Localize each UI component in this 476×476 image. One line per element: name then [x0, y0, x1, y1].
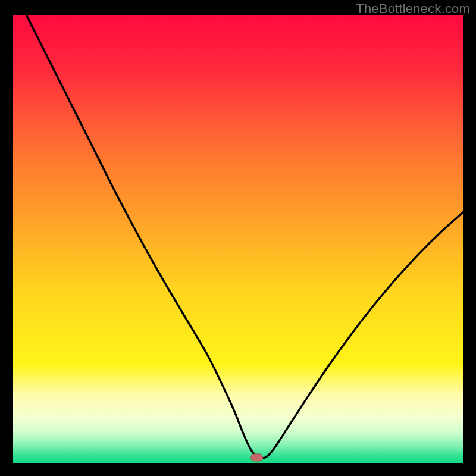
optimal-point-marker	[251, 454, 263, 461]
chart-frame: TheBottleneck.com	[0, 0, 476, 476]
watermark-text: TheBottleneck.com	[356, 1, 470, 17]
chart-plot-area	[13, 15, 463, 463]
chart-svg	[13, 15, 463, 463]
chart-background	[13, 15, 463, 463]
